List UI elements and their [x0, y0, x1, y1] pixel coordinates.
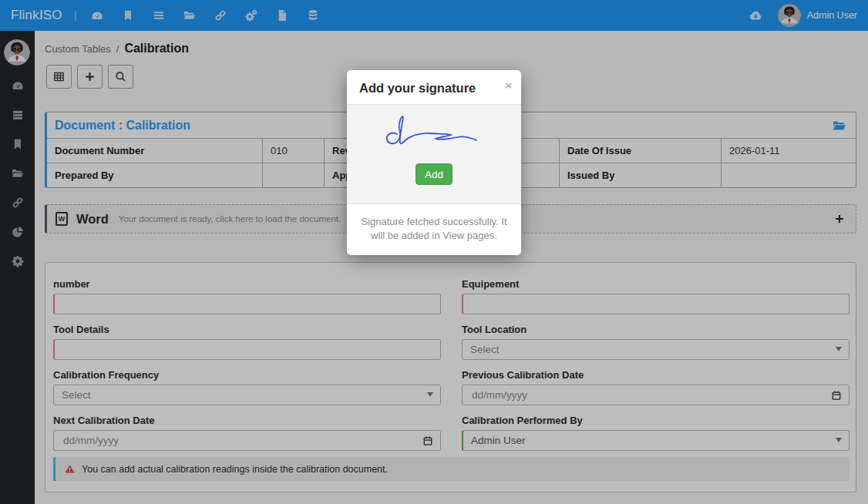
modal-title: Add your signature — [359, 81, 476, 95]
modal-body: Add — [347, 105, 521, 204]
page: FlinkISO | Admin User — [0, 0, 868, 504]
modal-header: Add your signature × — [347, 70, 521, 105]
signature-image — [376, 111, 492, 151]
modal-footer-text: Signature fetched successfully. It will … — [347, 204, 521, 255]
signature-modal: Add your signature × Add Signature fetch… — [347, 70, 521, 255]
add-signature-button[interactable]: Add — [415, 163, 453, 185]
close-icon[interactable]: × — [505, 79, 512, 91]
